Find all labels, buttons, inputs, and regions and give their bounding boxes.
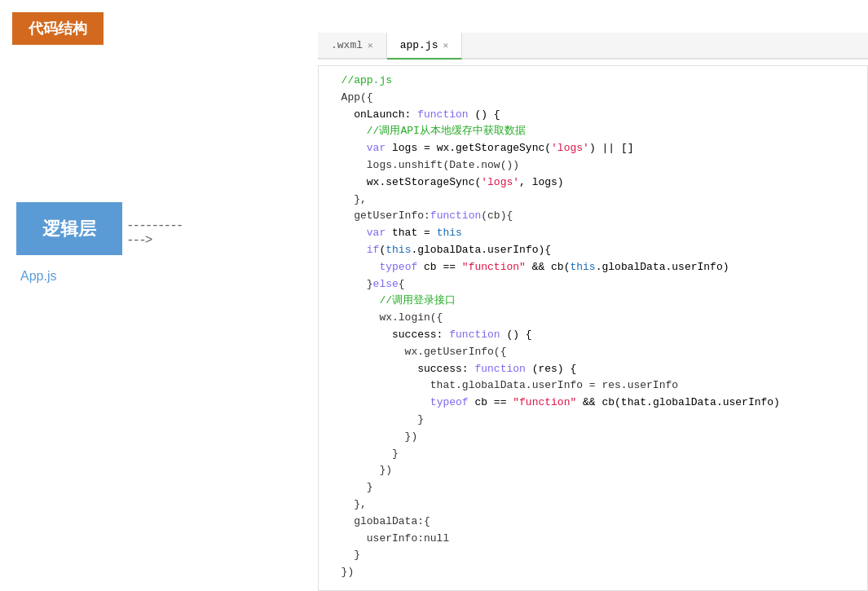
code-line-16: success: function () { (328, 327, 857, 344)
code-line-3: onLaunch: function () { (328, 107, 857, 124)
code-line-11: if(this.globalData.userInfo){ (328, 242, 857, 259)
code-line-6: logs.unshift(Date.now()) (328, 157, 857, 174)
tab-appjs[interactable]: app.js ✕ (387, 33, 462, 60)
code-line-12: typeof cb == "function" && cb(this.globa… (328, 259, 857, 276)
code-line-24: }) (328, 462, 857, 479)
arrow-indicator: ------------> (126, 218, 187, 248)
code-line-30: }) (328, 564, 857, 581)
code-line-21: } (328, 412, 857, 429)
code-line-29: } (328, 547, 857, 564)
left-panel: 代码结构 逻辑层 ------------> App.js (0, 0, 187, 591)
logic-layer-box: 逻辑层 (16, 202, 122, 255)
code-line-1: //app.js (328, 73, 857, 90)
code-line-8: }, (328, 192, 857, 209)
code-line-2: App({ (328, 90, 857, 107)
code-line-26: }, (328, 496, 857, 514)
code-line-7: wx.setStorageSync('logs', logs) (328, 174, 857, 192)
tab-wxml[interactable]: .wxml ✕ (318, 33, 387, 58)
code-line-15: wx.login({ (328, 310, 857, 327)
wxml-tab-close[interactable]: ✕ (368, 40, 373, 51)
code-line-25: } (328, 479, 857, 496)
code-line-22: }) (328, 429, 857, 446)
code-line-19: that.globalData.userInfo = res.userInfo (328, 377, 857, 395)
code-line-5: var logs = wx.getStorageSync('logs') || … (328, 140, 857, 157)
code-line-10: var that = this (328, 225, 857, 242)
code-line-13: }else{ (328, 276, 857, 293)
code-line-20: typeof cb == "function" && cb(that.globa… (328, 395, 857, 412)
code-line-17: wx.getUserInfo({ (328, 344, 857, 361)
wxml-tab-label: .wxml (331, 39, 363, 51)
code-editor: //app.js App({ onLaunch: function () { /… (318, 65, 868, 591)
editor-tabs: .wxml ✕ app.js ✕ (318, 33, 868, 60)
code-line-23: } (328, 446, 857, 463)
code-line-18: success: function (res) { (328, 361, 857, 378)
code-line-27: globalData:{ (328, 514, 857, 531)
code-structure-badge: 代码结构 (12, 12, 104, 45)
appjs-tab-close[interactable]: ✕ (443, 40, 448, 51)
appjs-tab-label: app.js (400, 39, 438, 51)
code-line-9: getUserInfo:function(cb){ (328, 208, 857, 225)
code-line-4: //调用API从本地缓存中获取数据 (328, 123, 857, 140)
code-line-14: //调用登录接口 (328, 293, 857, 310)
code-line-28: userInfo:null (328, 531, 857, 548)
appjs-label: App.js (20, 269, 56, 284)
